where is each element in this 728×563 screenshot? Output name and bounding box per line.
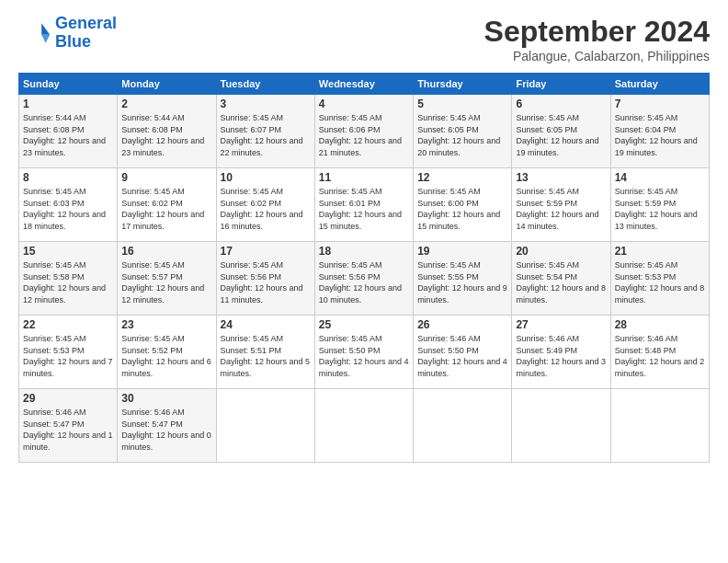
sunset-label: Sunset: 5:56 PM (319, 272, 381, 282)
daylight-label: Daylight: 12 hours and 20 minutes. (417, 136, 500, 157)
sunrise-label: Sunrise: 5:45 AM (23, 187, 86, 196)
day-number: 6 (516, 98, 606, 110)
header-saturday: Saturday (610, 74, 709, 95)
table-row (216, 389, 314, 463)
sunrise-label: Sunrise: 5:45 AM (417, 187, 481, 196)
daylight-label: Daylight: 12 hours and 19 minutes. (516, 136, 598, 157)
table-row: 17 Sunrise: 5:45 AM Sunset: 5:56 PM Dayl… (216, 242, 314, 316)
sunset-label: Sunset: 5:50 PM (417, 346, 479, 355)
cell-content: Sunrise: 5:45 AM Sunset: 5:53 PM Dayligh… (615, 259, 705, 305)
sunrise-label: Sunrise: 5:45 AM (516, 187, 579, 196)
sunset-label: Sunset: 6:05 PM (417, 125, 479, 134)
day-number: 9 (121, 171, 211, 184)
table-row: 21 Sunrise: 5:45 AM Sunset: 5:53 PM Dayl… (610, 242, 709, 316)
table-row: 10 Sunrise: 5:45 AM Sunset: 6:02 PM Dayl… (216, 168, 314, 242)
cell-content: Sunrise: 5:45 AM Sunset: 5:52 PM Dayligh… (121, 333, 211, 379)
day-number: 28 (615, 318, 705, 331)
cell-content: Sunrise: 5:46 AM Sunset: 5:48 PM Dayligh… (615, 333, 705, 379)
sunrise-label: Sunrise: 5:45 AM (319, 113, 382, 122)
table-row: 25 Sunrise: 5:45 AM Sunset: 5:50 PM Dayl… (314, 316, 413, 389)
table-row: 4 Sunrise: 5:45 AM Sunset: 6:06 PM Dayli… (314, 95, 413, 168)
cell-content: Sunrise: 5:46 AM Sunset: 5:50 PM Dayligh… (417, 333, 507, 379)
table-row: 11 Sunrise: 5:45 AM Sunset: 6:01 PM Dayl… (314, 168, 413, 242)
header-wednesday: Wednesday (314, 74, 413, 95)
day-number: 10 (221, 171, 311, 184)
day-number: 4 (319, 98, 409, 110)
day-number: 18 (319, 245, 409, 258)
day-number: 21 (615, 245, 705, 258)
logo-text-line1: General (55, 15, 117, 33)
table-row: 7 Sunrise: 5:45 AM Sunset: 6:04 PM Dayli… (610, 95, 709, 168)
table-row (314, 389, 413, 463)
day-number: 13 (516, 171, 606, 184)
table-row: 15 Sunrise: 5:45 AM Sunset: 5:58 PM Dayl… (19, 242, 118, 316)
table-row: 1 Sunrise: 5:44 AM Sunset: 6:08 PM Dayli… (19, 95, 118, 168)
calendar-header: Sunday Monday Tuesday Wednesday Thursday… (19, 74, 710, 95)
daylight-label: Daylight: 12 hours and 12 minutes. (23, 283, 106, 304)
day-number: 3 (221, 98, 311, 110)
sunset-label: Sunset: 5:58 PM (23, 272, 85, 282)
table-row: 6 Sunrise: 5:45 AM Sunset: 6:05 PM Dayli… (512, 95, 610, 168)
daylight-label: Daylight: 12 hours and 7 minutes. (23, 357, 113, 378)
sunrise-label: Sunrise: 5:44 AM (121, 113, 185, 122)
sunset-label: Sunset: 5:47 PM (23, 419, 85, 429)
day-number: 20 (516, 245, 606, 258)
day-number: 16 (121, 245, 211, 258)
table-row (512, 389, 610, 463)
daylight-label: Daylight: 12 hours and 23 minutes. (23, 136, 106, 157)
day-number: 19 (417, 245, 507, 258)
sunrise-label: Sunrise: 5:45 AM (615, 113, 678, 122)
daylight-label: Daylight: 12 hours and 22 minutes. (221, 136, 303, 157)
daylight-label: Daylight: 12 hours and 9 minutes. (417, 283, 507, 304)
sunset-label: Sunset: 5:51 PM (221, 346, 282, 355)
daylight-label: Daylight: 12 hours and 23 minutes. (121, 136, 204, 157)
calendar-table: Sunday Monday Tuesday Wednesday Thursday… (18, 73, 710, 463)
day-number: 25 (319, 318, 409, 331)
sunset-label: Sunset: 5:53 PM (23, 346, 85, 355)
header-friday: Friday (512, 74, 610, 95)
day-number: 8 (23, 171, 113, 184)
sunset-label: Sunset: 6:06 PM (319, 125, 381, 134)
daylight-label: Daylight: 12 hours and 19 minutes. (615, 136, 698, 157)
table-row: 9 Sunrise: 5:45 AM Sunset: 6:02 PM Dayli… (118, 168, 216, 242)
logo: General Blue (18, 15, 117, 52)
cell-content: Sunrise: 5:45 AM Sunset: 6:01 PM Dayligh… (319, 186, 409, 232)
sunset-label: Sunset: 6:05 PM (516, 125, 577, 134)
sunset-label: Sunset: 6:08 PM (121, 125, 183, 134)
sunset-label: Sunset: 5:56 PM (221, 272, 282, 282)
title-block: September 2024 Palangue, Calabarzon, Phi… (484, 15, 710, 63)
cell-content: Sunrise: 5:45 AM Sunset: 6:02 PM Dayligh… (221, 186, 311, 232)
day-number: 2 (121, 98, 211, 110)
daylight-label: Daylight: 12 hours and 11 minutes. (221, 283, 303, 304)
day-number: 5 (417, 98, 507, 110)
sunrise-label: Sunrise: 5:45 AM (417, 113, 481, 122)
header-monday: Monday (118, 74, 216, 95)
day-number: 29 (23, 392, 113, 405)
daylight-label: Daylight: 12 hours and 17 minutes. (121, 210, 204, 231)
cell-content: Sunrise: 5:45 AM Sunset: 6:04 PM Dayligh… (615, 112, 705, 158)
cell-content: Sunrise: 5:45 AM Sunset: 6:07 PM Dayligh… (221, 112, 311, 158)
day-number: 11 (319, 171, 409, 184)
sunrise-label: Sunrise: 5:45 AM (23, 334, 86, 343)
sunset-label: Sunset: 5:48 PM (615, 346, 677, 355)
table-row: 12 Sunrise: 5:45 AM Sunset: 6:00 PM Dayl… (414, 168, 512, 242)
sunrise-label: Sunrise: 5:45 AM (319, 260, 382, 270)
sunrise-label: Sunrise: 5:46 AM (615, 334, 678, 343)
table-row: 8 Sunrise: 5:45 AM Sunset: 6:03 PM Dayli… (19, 168, 118, 242)
header-tuesday: Tuesday (216, 74, 314, 95)
daylight-label: Daylight: 12 hours and 5 minutes. (221, 357, 311, 378)
cell-content: Sunrise: 5:45 AM Sunset: 6:05 PM Dayligh… (417, 112, 507, 158)
cell-content: Sunrise: 5:45 AM Sunset: 6:00 PM Dayligh… (417, 186, 507, 232)
sunrise-label: Sunrise: 5:45 AM (121, 260, 185, 270)
sunset-label: Sunset: 5:55 PM (417, 272, 479, 282)
cell-content: Sunrise: 5:46 AM Sunset: 5:47 PM Dayligh… (23, 407, 113, 453)
cell-content: Sunrise: 5:45 AM Sunset: 6:03 PM Dayligh… (23, 186, 113, 232)
cell-content: Sunrise: 5:44 AM Sunset: 6:08 PM Dayligh… (23, 112, 113, 158)
sunset-label: Sunset: 5:57 PM (121, 272, 183, 282)
location-title: Palangue, Calabarzon, Philippines (484, 49, 710, 63)
sunrise-label: Sunrise: 5:45 AM (319, 187, 382, 196)
cell-content: Sunrise: 5:45 AM Sunset: 5:59 PM Dayligh… (516, 186, 606, 232)
sunrise-label: Sunrise: 5:45 AM (221, 187, 284, 196)
cell-content: Sunrise: 5:45 AM Sunset: 6:05 PM Dayligh… (516, 112, 606, 158)
table-row: 3 Sunrise: 5:45 AM Sunset: 6:07 PM Dayli… (216, 95, 314, 168)
